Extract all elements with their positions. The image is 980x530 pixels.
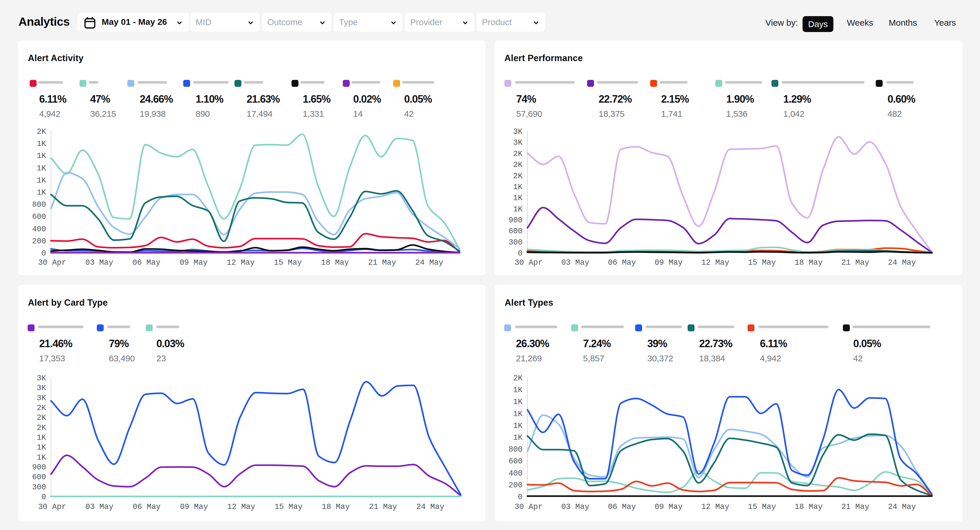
svg-text:12 May: 12 May [227,259,255,267]
svg-text:15 May: 15 May [748,503,776,511]
svg-text:2K: 2K [513,374,523,383]
svg-text:400: 400 [508,469,523,478]
svg-text:21 May: 21 May [368,259,396,267]
svg-text:18 May: 18 May [321,259,349,267]
svg-text:06 May: 06 May [608,503,636,511]
svg-text:0: 0 [41,249,46,258]
svg-text:0: 0 [518,493,523,501]
svg-text:30 Apr: 30 Apr [514,503,542,511]
svg-text:1K: 1K [513,433,523,442]
svg-text:30 Apr: 30 Apr [514,259,542,267]
svg-text:18 May: 18 May [794,503,822,511]
svg-text:900: 900 [32,463,46,472]
svg-text:09 May: 09 May [654,503,682,511]
svg-text:1K: 1K [513,421,523,430]
svg-text:600: 600 [508,457,523,466]
svg-text:3K: 3K [37,384,46,393]
svg-text:12 May: 12 May [701,503,729,511]
svg-text:2K: 2K [37,413,46,422]
svg-text:2K: 2K [37,404,46,412]
svg-text:0: 0 [518,249,523,258]
svg-text:09 May: 09 May [654,259,682,267]
svg-text:1K: 1K [37,176,46,185]
svg-text:900: 900 [508,216,523,225]
svg-text:03 May: 03 May [85,259,113,267]
svg-text:3K: 3K [37,374,46,383]
svg-text:200: 200 [32,237,46,246]
svg-text:1K: 1K [37,433,46,442]
svg-text:800: 800 [508,445,523,454]
svg-text:21 May: 21 May [841,259,869,267]
svg-text:06 May: 06 May [133,503,161,511]
svg-text:2K: 2K [513,161,523,169]
svg-text:1K: 1K [37,443,46,452]
svg-text:06 May: 06 May [132,259,161,267]
svg-text:3K: 3K [37,394,46,402]
svg-text:21 May: 21 May [841,503,869,511]
svg-text:1K: 1K [513,183,523,192]
svg-text:2K: 2K [37,128,46,136]
svg-text:03 May: 03 May [561,259,589,267]
svg-text:09 May: 09 May [180,503,208,511]
svg-text:18 May: 18 May [794,259,822,267]
svg-text:2K: 2K [513,172,523,180]
svg-text:30 Apr: 30 Apr [38,503,66,511]
svg-text:300: 300 [508,238,523,247]
svg-text:21 May: 21 May [369,503,397,511]
svg-text:600: 600 [32,212,46,221]
svg-text:200: 200 [508,481,523,490]
svg-text:18 May: 18 May [322,503,350,511]
svg-text:2K: 2K [513,150,523,158]
svg-text:1K: 1K [513,398,523,406]
svg-text:1K: 1K [37,140,46,148]
svg-text:12 May: 12 May [227,503,255,511]
svg-text:1K: 1K [37,453,46,462]
svg-text:600: 600 [508,227,523,236]
svg-text:24 May: 24 May [888,503,916,511]
svg-text:15 May: 15 May [275,503,302,511]
svg-text:0: 0 [41,493,46,501]
svg-text:09 May: 09 May [180,259,207,267]
svg-text:1K: 1K [37,152,46,160]
svg-text:24 May: 24 May [888,259,916,267]
svg-text:1K: 1K [513,386,523,394]
svg-text:3K: 3K [513,128,523,136]
svg-text:800: 800 [32,200,46,209]
svg-text:1K: 1K [513,205,523,214]
svg-text:12 May: 12 May [701,259,729,267]
svg-text:06 May: 06 May [608,259,636,267]
svg-text:2K: 2K [37,424,46,432]
svg-text:3K: 3K [513,139,523,147]
svg-text:1K: 1K [513,410,523,418]
svg-text:1K: 1K [37,188,46,197]
svg-text:600: 600 [32,473,46,482]
svg-text:1K: 1K [37,164,46,173]
svg-text:03 May: 03 May [85,503,113,511]
svg-text:24 May: 24 May [416,503,444,511]
svg-text:400: 400 [32,225,46,233]
svg-text:24 May: 24 May [415,259,443,267]
svg-text:300: 300 [32,483,46,492]
svg-text:03 May: 03 May [561,503,589,511]
svg-text:15 May: 15 May [274,259,302,267]
svg-text:1K: 1K [513,194,523,203]
svg-text:30 Apr: 30 Apr [38,259,66,267]
svg-text:15 May: 15 May [748,259,776,267]
